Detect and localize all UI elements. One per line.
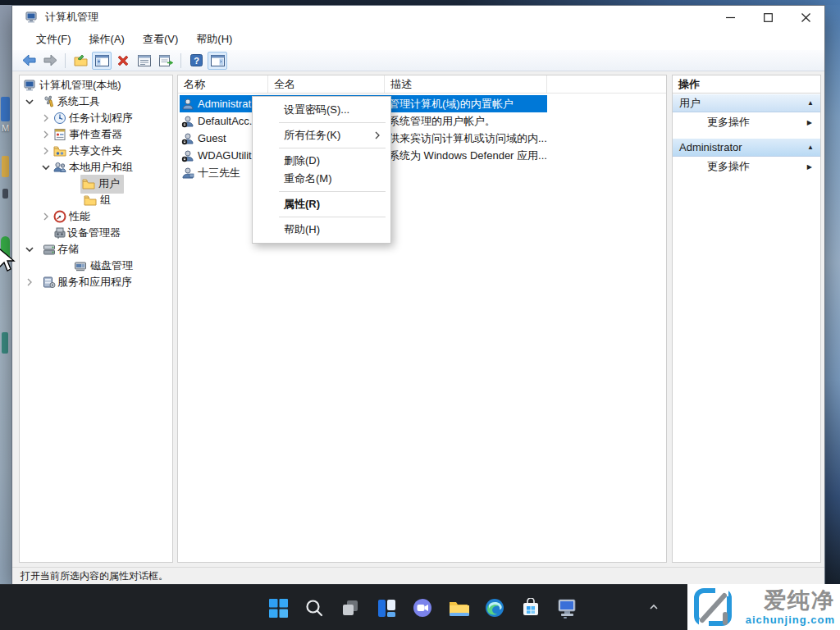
actions-section-label: 用户 <box>679 96 807 111</box>
delete-button[interactable] <box>113 52 133 70</box>
tree-selected-highlight: 用户 <box>80 175 124 194</box>
chevron-expanded-icon[interactable] <box>41 162 51 172</box>
tree-item-shared-folders[interactable]: 共享文件夹 <box>20 143 172 159</box>
actions-section-users[interactable]: 用户 ▲ <box>673 94 820 112</box>
chat-icon[interactable] <box>404 591 441 624</box>
chevron-expanded-icon[interactable] <box>25 97 34 107</box>
folder-icon <box>84 194 97 207</box>
menu-item-delete[interactable]: 删除(D) <box>253 152 390 170</box>
close-button[interactable] <box>787 6 824 29</box>
tree-item-label: 性能 <box>69 208 90 225</box>
tree-item-label: 服务和应用程序 <box>57 274 132 290</box>
properties-button[interactable] <box>135 52 154 70</box>
chevron-expanded-icon[interactable] <box>25 244 34 254</box>
content-area: 计算机管理(本地) 系统工具 任务计划程序 事件查看器 共享文件夹 <box>12 71 824 567</box>
menu-bar: 文件(F) 操作(A) 查看(V) 帮助(H) <box>12 29 824 50</box>
list-column-headers: 名称 全名 描述 <box>178 75 666 94</box>
tray-chevron-up-icon[interactable] <box>648 601 660 615</box>
menu-file[interactable]: 文件(F) <box>27 29 80 50</box>
menu-view[interactable]: 查看(V) <box>134 29 187 50</box>
desktop-icon-sliver-teal[interactable] <box>2 332 8 354</box>
menu-action[interactable]: 操作(A) <box>80 29 134 50</box>
show-action-pane-button[interactable] <box>208 52 227 70</box>
user-description: 系统为 Windows Defender 应用... <box>389 148 547 163</box>
context-menu: 设置密码(S)... 所有任务(K) 删除(D) 重命名(M) 属性(R) 帮助… <box>252 96 391 244</box>
search-icon[interactable] <box>296 591 332 624</box>
user-disabled-icon <box>181 149 194 162</box>
computer-management-taskbar-icon[interactable] <box>549 591 585 624</box>
edge-icon[interactable] <box>477 591 513 624</box>
more-actions-users[interactable]: 更多操作 ▶ <box>673 112 820 132</box>
column-header-description[interactable]: 描述 <box>385 75 547 94</box>
tree-item-services-applications[interactable]: 服务和应用程序 <box>20 274 172 290</box>
tree-item-label: 计算机管理(本地) <box>39 77 121 94</box>
column-header-name[interactable]: 名称 <box>178 75 268 94</box>
store-icon[interactable] <box>513 591 549 624</box>
more-actions-label: 更多操作 <box>707 115 807 130</box>
tree-item-local-users-groups[interactable]: 本地用户和组 <box>20 159 172 176</box>
tree-item-label: 本地用户和组 <box>69 159 133 176</box>
task-view-icon[interactable] <box>332 591 368 624</box>
desktop-icon-sliver-yellow[interactable] <box>2 156 9 177</box>
user-icon <box>181 98 194 111</box>
maximize-button[interactable] <box>749 6 787 29</box>
chevron-collapsed-icon[interactable] <box>25 277 34 287</box>
widgets-icon[interactable] <box>368 591 404 624</box>
menu-item-help[interactable]: 帮助(H) <box>253 221 390 239</box>
tree-item-system-tools[interactable]: 系统工具 <box>20 94 172 110</box>
menu-help[interactable]: 帮助(H) <box>187 29 241 50</box>
menu-item-properties[interactable]: 属性(R) <box>253 195 390 213</box>
user-name: WDAGUtilit.. <box>198 149 258 162</box>
local-users-icon <box>53 161 66 174</box>
services-icon <box>43 276 56 289</box>
toolbar-separator <box>180 53 181 68</box>
start-button[interactable] <box>260 591 296 624</box>
desktop-icon-sliver-dark[interactable] <box>2 189 8 199</box>
actions-section-administrator[interactable]: Administrator ▲ <box>673 138 820 157</box>
tree-item-event-viewer[interactable]: 事件查看器 <box>20 126 172 143</box>
title-bar[interactable]: 计算机管理 <box>12 6 824 29</box>
status-text: 打开当前所选内容的属性对话框。 <box>21 569 168 583</box>
collapse-arrow-icon[interactable]: ▲ <box>807 144 814 151</box>
watermark-domain: aichunjing.com <box>746 614 835 626</box>
back-button[interactable] <box>19 52 39 70</box>
tree-item-performance[interactable]: 性能 <box>20 208 172 225</box>
tree-item-device-manager[interactable]: 设备管理器 <box>20 225 172 241</box>
export-list-button[interactable] <box>156 52 176 70</box>
tree-item-disk-management[interactable]: 磁盘管理 <box>20 258 172 274</box>
tree-item-label: 系统工具 <box>57 94 100 110</box>
actions-panel: 操作 用户 ▲ 更多操作 ▶ Administrator ▲ 更多操作 ▶ <box>672 75 821 563</box>
desktop-right-strip <box>825 0 840 584</box>
tree-item-users[interactable]: 用户 <box>20 176 172 192</box>
toolbar-separator <box>65 53 66 68</box>
collapse-arrow-icon[interactable]: ▲ <box>807 99 814 107</box>
menu-item-all-tasks[interactable]: 所有任务(K) <box>253 126 390 144</box>
submenu-arrow-icon: ▶ <box>807 119 812 126</box>
chevron-collapsed-icon[interactable] <box>41 113 51 123</box>
svg-text:?: ? <box>194 56 199 66</box>
tree-item-computer-management[interactable]: 计算机管理(本地) <box>20 77 172 94</box>
computer-icon <box>24 79 37 92</box>
task-scheduler-icon <box>53 112 66 125</box>
chevron-collapsed-icon[interactable] <box>41 212 51 221</box>
file-explorer-icon[interactable] <box>441 591 477 624</box>
show-console-tree-button[interactable] <box>92 52 112 70</box>
tree-item-task-scheduler[interactable]: 任务计划程序 <box>20 110 172 126</box>
folder-icon <box>82 177 95 190</box>
chevron-collapsed-icon[interactable] <box>41 130 51 139</box>
watermark-logo-icon <box>692 587 735 629</box>
help-button[interactable]: ? <box>186 52 206 70</box>
tree-item-groups[interactable]: 组 <box>20 192 172 208</box>
tree-item-storage[interactable]: 存储 <box>20 241 172 258</box>
desktop-icon-sliver-blue[interactable] <box>1 97 10 121</box>
chevron-collapsed-icon[interactable] <box>41 146 51 156</box>
forward-button[interactable] <box>40 52 60 70</box>
actions-section-label: Administrator <box>679 141 807 153</box>
up-folder-button[interactable] <box>71 52 90 70</box>
column-header-fullname[interactable]: 全名 <box>268 75 385 94</box>
menu-item-rename[interactable]: 重命名(M) <box>253 170 390 188</box>
minimize-button[interactable] <box>711 6 749 29</box>
more-actions-administrator[interactable]: 更多操作 ▶ <box>673 157 820 176</box>
menu-item-set-password[interactable]: 设置密码(S)... <box>253 101 390 119</box>
actions-gap <box>673 132 820 138</box>
